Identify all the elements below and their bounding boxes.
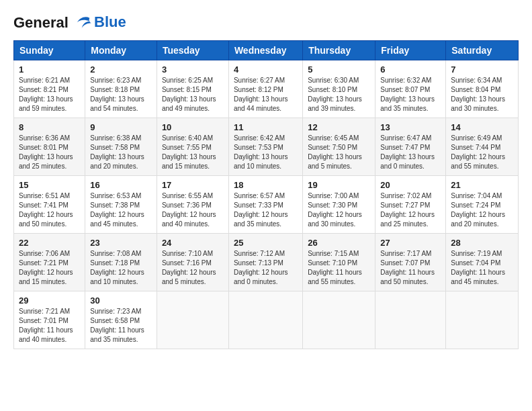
calendar-cell: 19Sunrise: 7:00 AMSunset: 7:30 PMDayligh… bbox=[303, 176, 375, 234]
page-header: General Blue bbox=[13, 13, 519, 34]
calendar-cell bbox=[157, 291, 228, 349]
day-info: Sunrise: 7:00 AMSunset: 7:30 PMDaylight:… bbox=[308, 191, 370, 229]
calendar-cell: 4Sunrise: 6:27 AMSunset: 8:12 PMDaylight… bbox=[228, 60, 302, 118]
weekday-header-row: SundayMondayTuesdayWednesdayThursdayFrid… bbox=[14, 41, 519, 60]
calendar-cell: 21Sunrise: 7:04 AMSunset: 7:24 PMDayligh… bbox=[446, 176, 519, 234]
calendar-week-row: 29Sunrise: 7:21 AMSunset: 7:01 PMDayligh… bbox=[14, 291, 519, 349]
weekday-header-monday: Monday bbox=[85, 41, 157, 60]
day-info: Sunrise: 6:42 AMSunset: 7:53 PMDaylight:… bbox=[234, 134, 298, 171]
day-number: 9 bbox=[90, 122, 152, 132]
day-info: Sunrise: 6:21 AMSunset: 8:21 PMDaylight:… bbox=[19, 76, 80, 113]
calendar-cell: 26Sunrise: 7:15 AMSunset: 7:10 PMDayligh… bbox=[303, 234, 375, 291]
day-number: 20 bbox=[380, 180, 441, 190]
calendar-cell: 1Sunrise: 6:21 AMSunset: 8:21 PMDaylight… bbox=[14, 60, 85, 118]
day-info: Sunrise: 7:19 AMSunset: 7:04 PMDaylight:… bbox=[451, 249, 513, 287]
calendar-cell: 5Sunrise: 6:30 AMSunset: 8:10 PMDaylight… bbox=[303, 60, 375, 118]
day-number: 3 bbox=[162, 64, 224, 75]
calendar-cell: 14Sunrise: 6:49 AMSunset: 7:44 PMDayligh… bbox=[446, 118, 519, 176]
day-number: 16 bbox=[90, 180, 152, 190]
day-number: 14 bbox=[451, 122, 513, 132]
day-number: 13 bbox=[380, 122, 441, 132]
day-info: Sunrise: 7:12 AMSunset: 7:13 PMDaylight:… bbox=[234, 249, 298, 287]
day-info: Sunrise: 6:40 AMSunset: 7:55 PMDaylight:… bbox=[162, 134, 224, 171]
day-info: Sunrise: 6:49 AMSunset: 7:44 PMDaylight:… bbox=[451, 134, 513, 171]
day-info: Sunrise: 7:21 AMSunset: 7:01 PMDaylight:… bbox=[19, 307, 80, 345]
calendar-cell: 9Sunrise: 6:38 AMSunset: 7:58 PMDaylight… bbox=[85, 118, 157, 176]
day-info: Sunrise: 7:02 AMSunset: 7:27 PMDaylight:… bbox=[380, 191, 441, 229]
day-info: Sunrise: 6:47 AMSunset: 7:47 PMDaylight:… bbox=[380, 134, 441, 171]
weekday-header-wednesday: Wednesday bbox=[228, 41, 302, 60]
calendar-cell: 10Sunrise: 6:40 AMSunset: 7:55 PMDayligh… bbox=[157, 118, 228, 176]
day-number: 30 bbox=[90, 295, 152, 306]
day-info: Sunrise: 7:17 AMSunset: 7:07 PMDaylight:… bbox=[380, 249, 441, 287]
day-number: 8 bbox=[19, 122, 80, 132]
day-info: Sunrise: 6:25 AMSunset: 8:15 PMDaylight:… bbox=[162, 76, 224, 113]
calendar-cell: 29Sunrise: 7:21 AMSunset: 7:01 PMDayligh… bbox=[14, 291, 85, 349]
day-number: 21 bbox=[451, 180, 513, 190]
calendar-cell: 24Sunrise: 7:10 AMSunset: 7:16 PMDayligh… bbox=[157, 234, 228, 291]
day-info: Sunrise: 6:36 AMSunset: 8:01 PMDaylight:… bbox=[19, 134, 80, 171]
day-number: 1 bbox=[19, 64, 80, 75]
calendar-cell: 3Sunrise: 6:25 AMSunset: 8:15 PMDaylight… bbox=[157, 60, 228, 118]
day-info: Sunrise: 6:32 AMSunset: 8:07 PMDaylight:… bbox=[380, 76, 441, 113]
day-number: 11 bbox=[234, 122, 298, 132]
day-info: Sunrise: 6:34 AMSunset: 8:04 PMDaylight:… bbox=[451, 76, 513, 113]
calendar-cell: 16Sunrise: 6:53 AMSunset: 7:38 PMDayligh… bbox=[85, 176, 157, 234]
calendar-cell: 13Sunrise: 6:47 AMSunset: 7:47 PMDayligh… bbox=[375, 118, 446, 176]
calendar-cell: 23Sunrise: 7:08 AMSunset: 7:18 PMDayligh… bbox=[85, 234, 157, 291]
calendar-header: SundayMondayTuesdayWednesdayThursdayFrid… bbox=[14, 41, 519, 60]
calendar-cell: 17Sunrise: 6:55 AMSunset: 7:36 PMDayligh… bbox=[157, 176, 228, 234]
day-info: Sunrise: 6:38 AMSunset: 7:58 PMDaylight:… bbox=[90, 134, 152, 171]
day-number: 5 bbox=[308, 64, 370, 75]
calendar-cell: 7Sunrise: 6:34 AMSunset: 8:04 PMDaylight… bbox=[446, 60, 519, 118]
calendar-cell: 27Sunrise: 7:17 AMSunset: 7:07 PMDayligh… bbox=[375, 234, 446, 291]
day-number: 6 bbox=[380, 64, 441, 75]
day-number: 24 bbox=[162, 238, 224, 248]
day-number: 27 bbox=[380, 238, 441, 248]
day-number: 23 bbox=[90, 238, 152, 248]
calendar-cell: 18Sunrise: 6:57 AMSunset: 7:33 PMDayligh… bbox=[228, 176, 302, 234]
calendar-week-row: 15Sunrise: 6:51 AMSunset: 7:41 PMDayligh… bbox=[14, 176, 519, 234]
calendar-cell: 6Sunrise: 6:32 AMSunset: 8:07 PMDaylight… bbox=[375, 60, 446, 118]
day-number: 17 bbox=[162, 180, 224, 190]
calendar-week-row: 8Sunrise: 6:36 AMSunset: 8:01 PMDaylight… bbox=[14, 118, 519, 176]
calendar-table: SundayMondayTuesdayWednesdayThursdayFrid… bbox=[13, 40, 519, 349]
calendar-cell: 28Sunrise: 7:19 AMSunset: 7:04 PMDayligh… bbox=[446, 234, 519, 291]
day-number: 26 bbox=[308, 238, 370, 248]
calendar-cell: 8Sunrise: 6:36 AMSunset: 8:01 PMDaylight… bbox=[14, 118, 85, 176]
day-number: 7 bbox=[451, 64, 513, 75]
calendar-cell: 20Sunrise: 7:02 AMSunset: 7:27 PMDayligh… bbox=[375, 176, 446, 234]
day-info: Sunrise: 6:45 AMSunset: 7:50 PMDaylight:… bbox=[308, 134, 370, 171]
calendar-cell: 22Sunrise: 7:06 AMSunset: 7:21 PMDayligh… bbox=[14, 234, 85, 291]
weekday-header-thursday: Thursday bbox=[303, 41, 375, 60]
weekday-header-sunday: Sunday bbox=[14, 41, 85, 60]
calendar-body: 1Sunrise: 6:21 AMSunset: 8:21 PMDaylight… bbox=[14, 60, 519, 349]
day-number: 19 bbox=[308, 180, 370, 190]
day-number: 18 bbox=[234, 180, 298, 190]
day-info: Sunrise: 7:04 AMSunset: 7:24 PMDaylight:… bbox=[451, 191, 513, 229]
calendar-cell: 11Sunrise: 6:42 AMSunset: 7:53 PMDayligh… bbox=[228, 118, 302, 176]
calendar-cell: 12Sunrise: 6:45 AMSunset: 7:50 PMDayligh… bbox=[303, 118, 375, 176]
calendar-cell bbox=[446, 291, 519, 349]
calendar-cell bbox=[375, 291, 446, 349]
day-number: 28 bbox=[451, 238, 513, 248]
day-number: 29 bbox=[19, 295, 80, 306]
day-info: Sunrise: 7:08 AMSunset: 7:18 PMDaylight:… bbox=[90, 249, 152, 287]
day-info: Sunrise: 7:23 AMSunset: 6:58 PMDaylight:… bbox=[90, 307, 152, 345]
day-info: Sunrise: 6:53 AMSunset: 7:38 PMDaylight:… bbox=[90, 191, 152, 229]
day-info: Sunrise: 7:10 AMSunset: 7:16 PMDaylight:… bbox=[162, 249, 224, 287]
day-number: 4 bbox=[234, 64, 298, 75]
calendar-week-row: 1Sunrise: 6:21 AMSunset: 8:21 PMDaylight… bbox=[14, 60, 519, 118]
day-info: Sunrise: 6:30 AMSunset: 8:10 PMDaylight:… bbox=[308, 76, 370, 113]
logo-blue: Blue bbox=[94, 13, 126, 31]
calendar-week-row: 22Sunrise: 7:06 AMSunset: 7:21 PMDayligh… bbox=[14, 234, 519, 291]
day-info: Sunrise: 6:27 AMSunset: 8:12 PMDaylight:… bbox=[234, 76, 298, 113]
day-number: 15 bbox=[19, 180, 80, 190]
day-number: 22 bbox=[19, 238, 80, 248]
weekday-header-friday: Friday bbox=[375, 41, 446, 60]
day-info: Sunrise: 6:57 AMSunset: 7:33 PMDaylight:… bbox=[234, 191, 298, 229]
day-number: 25 bbox=[234, 238, 298, 248]
weekday-header-saturday: Saturday bbox=[446, 41, 519, 60]
calendar-cell: 30Sunrise: 7:23 AMSunset: 6:58 PMDayligh… bbox=[85, 291, 157, 349]
calendar-cell: 15Sunrise: 6:51 AMSunset: 7:41 PMDayligh… bbox=[14, 176, 85, 234]
